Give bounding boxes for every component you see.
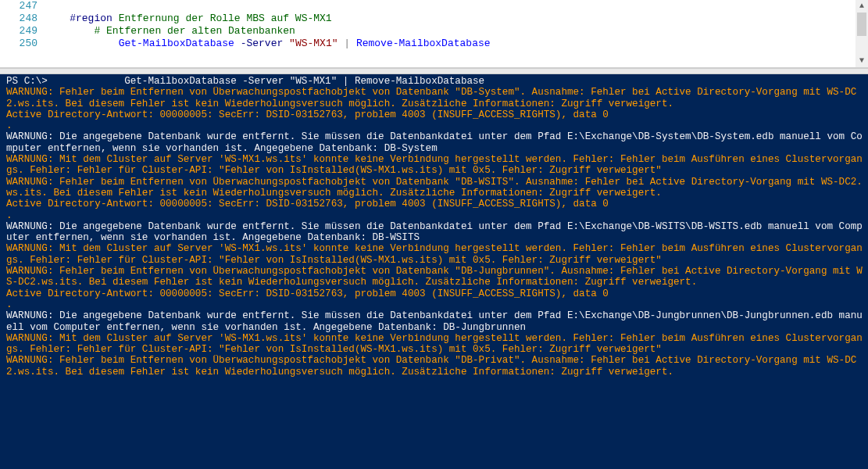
code-line[interactable]: 249 # Entfernen der alten Datenbanken — [0, 25, 868, 38]
code-token: #region — [70, 13, 113, 24]
console-warning-line: . — [6, 299, 863, 310]
console-warning-line: Active Directory-Antwort: 00000005: SecE… — [6, 199, 863, 209]
console-warning-line: WARNUNG: Fehler beim Entfernen von Überw… — [6, 355, 863, 378]
console-warning-line: Active Directory-Antwort: 00000005: SecE… — [6, 288, 863, 299]
code-line[interactable]: 247 — [0, 0, 868, 13]
scroll-down-icon[interactable]: ▼ — [855, 55, 868, 67]
console-output-line: WARNUNG: Die angegebene Datenbank wurde … — [6, 131, 863, 154]
console-output-line: WARNUNG: Die angegebene Datenbank wurde … — [6, 310, 863, 333]
code-token — [45, 13, 70, 24]
scroll-up-icon[interactable]: ▲ — [855, 0, 868, 13]
console-warning-line: WARNUNG: Fehler beim Entfernen von Überw… — [6, 266, 863, 288]
line-number: 248 — [0, 13, 45, 25]
code-token: | — [338, 38, 356, 49]
scroll-thumb[interactable] — [857, 13, 866, 36]
code-token: Remove-MailboxDatabase — [356, 38, 491, 49]
console-warning-line: WARNUNG: Mit dem Cluster auf Server 'WS-… — [6, 333, 863, 356]
console-warning-line: WARNUNG: Mit dem Cluster auf Server 'WS-… — [6, 154, 863, 177]
code-token: -Server — [234, 38, 289, 49]
line-number: 247 — [0, 0, 45, 13]
console-warning-line: WARNUNG: Fehler beim Entfernen von Überw… — [6, 87, 863, 109]
console-output-line: WARNUNG: Die angegebene Datenbank wurde … — [6, 221, 863, 244]
code-token: Get-MailboxDatabase — [119, 38, 234, 49]
console-warning-line: . — [6, 120, 863, 131]
script-editor-pane[interactable]: 247248 #region Entfernung der Rolle MBS … — [0, 0, 868, 68]
console-warning-line: . — [6, 210, 863, 221]
line-number: 249 — [0, 25, 45, 38]
code-token: "WS-MX1" — [289, 38, 338, 49]
code-line[interactable]: 250 Get-MailboxDatabase -Server "WS-MX1"… — [0, 38, 868, 50]
editor-scrollbar[interactable]: ▲ ▼ — [855, 0, 868, 67]
console-prompt: PS C:\> Get-MailboxDatabase -Server "WS-… — [6, 76, 863, 87]
code-token — [45, 38, 119, 49]
console-warning-line: WARNUNG: Mit dem Cluster auf Server 'WS-… — [6, 243, 863, 266]
console-warning-line: WARNUNG: Fehler beim Entfernen von Überw… — [6, 177, 863, 199]
line-number: 250 — [0, 38, 45, 50]
pane-splitter[interactable] — [0, 68, 868, 74]
console-warning-line: Active Directory-Antwort: 00000005: SecE… — [6, 109, 863, 120]
code-token: Entfernung der Rolle MBS auf WS-MX1 — [113, 13, 332, 24]
code-line[interactable]: 248 #region Entfernung der Rolle MBS auf… — [0, 13, 868, 25]
code-token: # Entfernen der alten Datenbanken — [45, 25, 295, 37]
console-output-pane[interactable]: PS C:\> Get-MailboxDatabase -Server "WS-… — [0, 74, 868, 469]
